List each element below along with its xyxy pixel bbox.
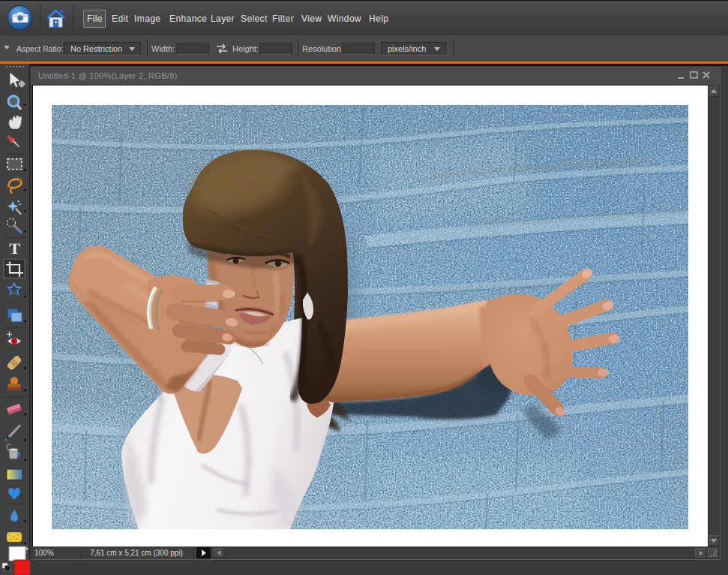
svg-text:T: T — [9, 239, 20, 258]
